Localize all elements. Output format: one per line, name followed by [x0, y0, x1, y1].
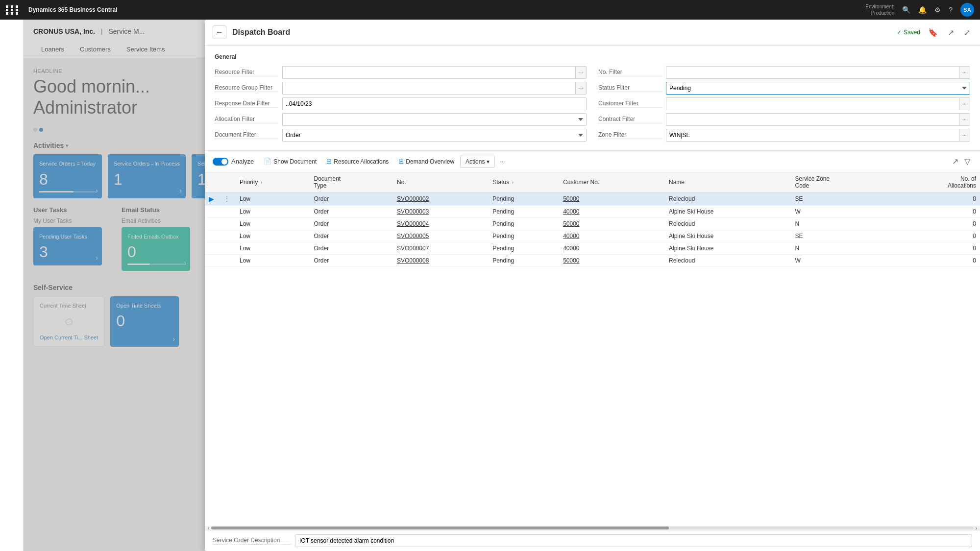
notification-icon[interactable]: 🔔 — [918, 6, 927, 14]
bookmark-icon[interactable]: 🔖 — [926, 26, 940, 39]
row-priority: Low — [236, 218, 310, 230]
allocation-filter-label: Allocation Filter — [215, 116, 278, 123]
contract-filter-input[interactable] — [666, 113, 959, 126]
top-navigation: Dynamics 365 Business Central Environmen… — [0, 0, 980, 20]
resource-filter-input[interactable] — [282, 66, 575, 79]
table-row[interactable]: Low Order SVO000003 Pending 40000 Alpine… — [205, 206, 980, 218]
search-icon[interactable]: 🔍 — [902, 6, 910, 14]
row-no[interactable]: SVO000002 — [393, 192, 489, 206]
row-customer-no[interactable]: 40000 — [559, 206, 665, 218]
resource-allocations-btn[interactable]: ⊞ Resource Allocations — [322, 156, 392, 167]
contract-filter-lookup-btn[interactable]: ··· — [959, 113, 970, 126]
row-no[interactable]: SVO000005 — [393, 230, 489, 242]
customer-filter-input[interactable] — [666, 97, 959, 110]
row-name: Alpine Ski House — [665, 230, 791, 242]
row-customer-no[interactable]: 50000 — [559, 192, 665, 206]
resource-group-filter-input[interactable] — [282, 82, 575, 95]
chart-icon: ⊞ — [398, 158, 404, 165]
col-status[interactable]: Status ↑ — [489, 172, 559, 192]
row-more-icon[interactable]: ⋮ — [222, 195, 232, 202]
row-name: Alpine Ski House — [665, 206, 791, 218]
row-more-cell: ⋮ — [218, 192, 236, 206]
resource-group-filter-label: Resource Group Filter — [215, 84, 278, 92]
row-zone: W — [791, 255, 893, 267]
row-customer-no[interactable]: 50000 — [559, 218, 665, 230]
row-name: Relecloud — [665, 218, 791, 230]
fullscreen-icon[interactable]: ⤢ — [962, 26, 972, 39]
row-allocations: 0 — [893, 206, 980, 218]
row-priority: Low — [236, 230, 310, 242]
table-row[interactable]: Low Order SVO000008 Pending 50000 Relecl… — [205, 255, 980, 267]
chevron-down-icon: ▾ — [487, 158, 490, 165]
row-more-cell — [218, 255, 236, 267]
table-row[interactable]: Low Order SVO000004 Pending 50000 Relecl… — [205, 218, 980, 230]
col-name[interactable]: Name — [665, 172, 791, 192]
analyze-toggle-switch[interactable] — [213, 158, 228, 166]
no-filter-input[interactable] — [666, 66, 959, 79]
show-document-btn[interactable]: 📄 Show Document — [260, 156, 320, 167]
col-customer-no[interactable]: Customer No. — [559, 172, 665, 192]
row-doc-type: Order — [310, 230, 393, 242]
actions-dropdown-btn[interactable]: Actions ▾ — [460, 156, 495, 168]
document-filter-select[interactable]: Order — [282, 129, 587, 142]
more-options-btn[interactable]: ··· — [497, 156, 508, 167]
col-zone[interactable]: Service ZoneCode — [791, 172, 893, 192]
filter-icon[interactable]: ▽ — [962, 155, 972, 168]
row-more-cell — [218, 206, 236, 218]
customer-filter-field: ··· — [666, 97, 970, 110]
customer-filter-lookup-btn[interactable]: ··· — [959, 97, 970, 110]
row-arrow-cell: ▶ — [205, 192, 218, 206]
row-status: Pending — [489, 230, 559, 242]
zone-filter-lookup-btn[interactable]: ··· — [959, 129, 970, 142]
col-doc-type[interactable]: DocumentType — [310, 172, 393, 192]
content-area: CRONUS USA, Inc. | Service M... ⊞ ⤢ Loan… — [24, 20, 980, 551]
row-allocations: 0 — [893, 242, 980, 255]
demand-overview-btn[interactable]: ⊞ Demand Overview — [394, 156, 458, 167]
row-no[interactable]: SVO000003 — [393, 206, 489, 218]
status-filter-select[interactable]: Pending — [666, 82, 970, 95]
share-toolbar-icon[interactable]: ↗ — [950, 155, 960, 168]
row-allocations: 0 — [893, 255, 980, 267]
app-menu-icon[interactable] — [6, 5, 20, 15]
table-row[interactable]: Low Order SVO000005 Pending 40000 Alpine… — [205, 230, 980, 242]
allocation-filter-select[interactable] — [282, 113, 587, 126]
no-filter-lookup-btn[interactable]: ··· — [959, 66, 970, 79]
help-icon[interactable]: ? — [949, 6, 953, 14]
row-zone: SE — [791, 192, 893, 206]
customer-filter-label: Customer Filter — [598, 100, 662, 108]
zone-filter-input[interactable] — [666, 129, 959, 142]
service-order-description-input[interactable] — [295, 534, 972, 547]
col-allocations[interactable]: No. ofAllocations — [893, 172, 980, 192]
user-avatar[interactable]: SA — [960, 3, 974, 17]
row-arrow-cell — [205, 255, 218, 267]
table-row[interactable]: Low Order SVO000007 Pending 40000 Alpine… — [205, 242, 980, 255]
zone-filter-field: ··· — [666, 129, 970, 142]
scrollbar-thumb[interactable] — [211, 527, 668, 529]
row-no[interactable]: SVO000004 — [393, 218, 489, 230]
scrollbar-track[interactable] — [211, 527, 973, 529]
share-icon[interactable]: ↗ — [946, 26, 956, 39]
resource-group-lookup-btn[interactable]: ··· — [575, 82, 587, 95]
panel-toolbar: Analyze 📄 Show Document ⊞ Resource Alloc… — [205, 151, 980, 172]
environment-badge: Environment: Production — [865, 3, 894, 16]
row-status: Pending — [489, 218, 559, 230]
table-row[interactable]: ▶ ⋮ Low Order SVO000002 Pending 50000 Re… — [205, 192, 980, 206]
response-date-filter-input[interactable] — [282, 97, 587, 110]
row-zone: W — [791, 206, 893, 218]
back-button[interactable]: ← — [213, 25, 226, 39]
row-status: Pending — [489, 255, 559, 267]
panel-title: Dispatch Board — [232, 28, 290, 37]
col-priority[interactable]: Priority ↑ — [236, 172, 310, 192]
settings-icon[interactable]: ⚙ — [934, 6, 941, 14]
row-zone: SE — [791, 230, 893, 242]
resource-filter-lookup-btn[interactable]: ··· — [575, 66, 587, 79]
panel-header: ← Dispatch Board ✓ Saved 🔖 ↗ ⤢ — [205, 20, 980, 46]
row-customer-no[interactable]: 50000 — [559, 255, 665, 267]
row-customer-no[interactable]: 40000 — [559, 230, 665, 242]
row-no[interactable]: SVO000007 — [393, 242, 489, 255]
col-no[interactable]: No. — [393, 172, 489, 192]
row-doc-type: Order — [310, 206, 393, 218]
row-no[interactable]: SVO000008 — [393, 255, 489, 267]
zone-filter-label: Zone Filter — [598, 131, 662, 139]
row-customer-no[interactable]: 40000 — [559, 242, 665, 255]
